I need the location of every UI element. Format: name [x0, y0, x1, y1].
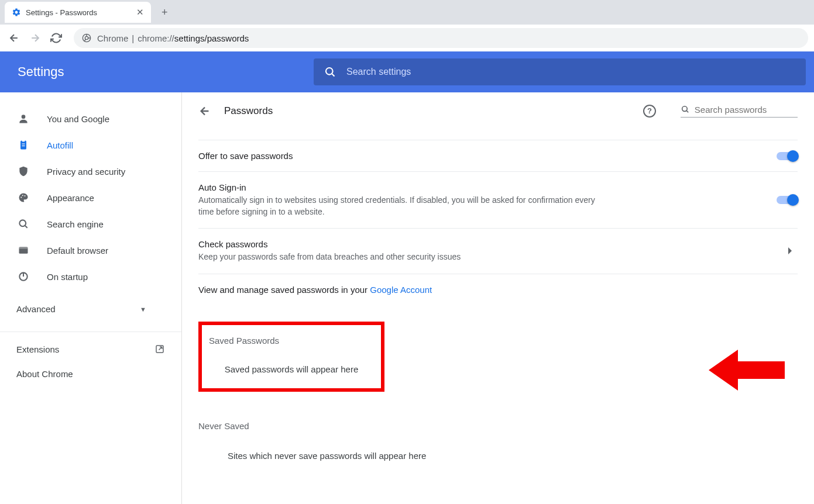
svg-rect-7 — [22, 144, 25, 144]
sidebar-item-appearance[interactable]: Appearance — [0, 186, 170, 209]
svg-point-19 — [682, 106, 688, 112]
never-saved-title: Never Saved — [198, 421, 798, 431]
svg-line-13 — [25, 226, 28, 228]
tab-bar: Settings - Passwords ✕ + — [0, 0, 814, 25]
page-title: Passwords — [224, 105, 630, 117]
svg-marker-21 — [709, 350, 785, 391]
svg-point-2 — [326, 68, 333, 75]
search-icon — [324, 66, 336, 78]
person-icon — [16, 113, 30, 125]
sidebar-item-label: Appearance — [47, 193, 94, 203]
sidebar-extensions[interactable]: Extensions — [0, 337, 181, 361]
browser-chrome: Settings - Passwords ✕ + Chrome|chrome:/… — [0, 0, 814, 51]
setting-check-passwords[interactable]: Check passwords Keep your passwords safe… — [198, 228, 798, 274]
back-arrow-button[interactable] — [198, 105, 211, 118]
never-saved-section: Never Saved Sites which never save passw… — [198, 421, 798, 461]
google-account-link[interactable]: Google Account — [370, 285, 432, 295]
power-icon — [16, 271, 30, 282]
forward-button[interactable] — [27, 30, 43, 46]
tab-title: Settings - Passwords — [26, 8, 97, 17]
settings-search[interactable]: Search settings — [314, 58, 806, 85]
setting-title: Auto Sign-in — [198, 182, 777, 192]
browser-tab[interactable]: Settings - Passwords ✕ — [5, 2, 151, 23]
search-passwords-input[interactable] — [695, 105, 798, 115]
sidebar-about[interactable]: About Chrome — [0, 361, 181, 386]
sidebar-item-label: Autofill — [47, 140, 73, 150]
sidebar-item-default-browser[interactable]: Default browser — [0, 239, 170, 262]
palette-icon — [16, 192, 30, 203]
clipboard-icon — [16, 139, 30, 151]
browser-toolbar: Chrome|chrome://settings/passwords — [0, 25, 814, 51]
svg-rect-15 — [19, 247, 28, 248]
toggle-offer-save[interactable] — [777, 152, 798, 160]
manage-passwords-row: View and manage saved passwords in your … — [198, 274, 798, 305]
sidebar-item-you-and-google[interactable]: You and Google — [0, 107, 170, 130]
sidebar: You and Google Autofill Privacy and secu… — [0, 92, 181, 504]
setting-description: Keep your passwords safe from data breac… — [198, 251, 596, 263]
sidebar-item-search-engine[interactable]: Search engine — [0, 212, 170, 236]
main-panel: Passwords ? Offer to save passwords Auto… — [181, 92, 814, 504]
sidebar-item-privacy[interactable]: Privacy and security — [0, 160, 170, 183]
search-icon — [681, 104, 690, 115]
sidebar-item-label: Default browser — [47, 246, 108, 256]
svg-point-12 — [19, 220, 26, 226]
settings-title: Settings — [0, 64, 314, 80]
svg-rect-8 — [22, 146, 25, 146]
svg-point-10 — [22, 195, 23, 196]
help-icon[interactable]: ? — [643, 105, 656, 118]
sidebar-item-label: Search engine — [47, 219, 104, 229]
shield-icon — [16, 165, 30, 177]
close-tab-icon[interactable]: ✕ — [129, 7, 144, 18]
gear-icon — [12, 8, 21, 17]
svg-point-9 — [20, 197, 22, 198]
saved-passwords-title: Saved Passwords — [209, 336, 374, 346]
external-link-icon — [154, 344, 165, 354]
address-bar[interactable]: Chrome|chrome://settings/passwords — [74, 28, 808, 48]
reload-button[interactable] — [48, 30, 64, 46]
divider — [0, 332, 181, 332]
setting-title: Check passwords — [198, 239, 782, 249]
back-button[interactable] — [6, 30, 22, 46]
toggle-auto-signin[interactable] — [777, 196, 798, 204]
new-tab-button[interactable]: + — [158, 3, 171, 22]
setting-auto-signin: Auto Sign-in Automatically sign in to we… — [198, 171, 798, 228]
setting-offer-save: Offer to save passwords — [198, 140, 798, 171]
sidebar-item-on-startup[interactable]: On startup — [0, 265, 170, 288]
annotation-arrow — [709, 347, 785, 393]
main-header: Passwords ? — [198, 104, 798, 118]
sidebar-item-label: On startup — [47, 272, 88, 282]
chrome-icon — [82, 33, 91, 43]
svg-line-3 — [332, 74, 334, 76]
svg-rect-5 — [20, 141, 26, 150]
search-placeholder: Search settings — [346, 67, 411, 77]
browser-icon — [16, 244, 30, 256]
setting-title: Offer to save passwords — [198, 151, 777, 161]
svg-rect-6 — [22, 140, 25, 141]
saved-passwords-empty: Saved passwords will appear here — [209, 364, 374, 374]
setting-description: Automatically sign in to websites using … — [198, 195, 596, 218]
sidebar-item-label: You and Google — [47, 114, 109, 124]
sidebar-advanced[interactable]: Advanced ▼ — [0, 291, 181, 327]
url-text: Chrome|chrome://settings/passwords — [97, 33, 249, 43]
content-area: You and Google Autofill Privacy and secu… — [0, 92, 814, 504]
search-passwords[interactable] — [681, 104, 798, 118]
settings-header: Settings Search settings — [0, 51, 814, 92]
never-saved-empty: Sites which never save passwords will ap… — [198, 451, 798, 461]
manage-text: View and manage saved passwords in your — [198, 285, 370, 295]
svg-line-20 — [686, 111, 688, 112]
saved-passwords-section: Saved Passwords Saved passwords will app… — [198, 322, 384, 392]
svg-point-11 — [25, 195, 26, 196]
sidebar-item-label: Privacy and security — [47, 167, 125, 177]
search-icon — [16, 218, 30, 230]
svg-point-4 — [22, 115, 26, 119]
chevron-down-icon: ▼ — [140, 306, 146, 313]
chevron-right-icon — [782, 247, 798, 255]
sidebar-item-autofill[interactable]: Autofill — [0, 133, 170, 157]
